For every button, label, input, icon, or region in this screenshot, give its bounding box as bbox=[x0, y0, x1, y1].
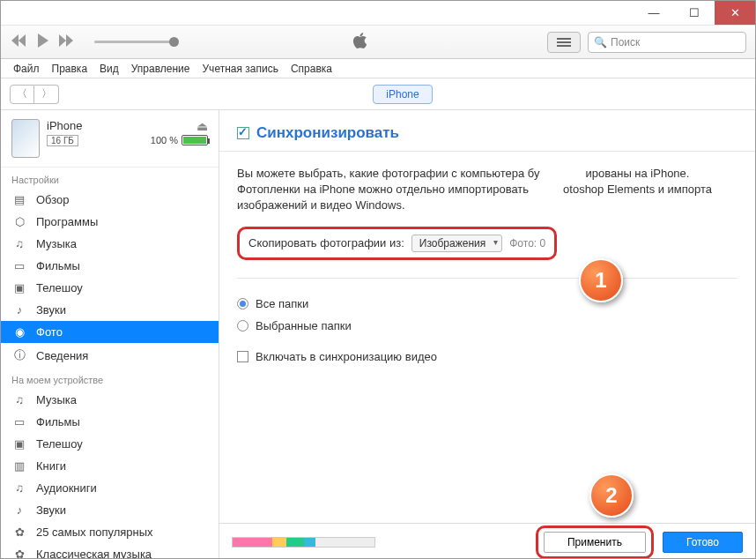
menubar: Файл Правка Вид Управление Учетная запис… bbox=[1, 59, 755, 78]
apps-icon: ⬡ bbox=[11, 215, 27, 228]
tv-icon: ▣ bbox=[11, 437, 27, 451]
content-panel: Синхронизировать Вы можете выбрать, каки… bbox=[219, 110, 755, 559]
summary-icon: ▤ bbox=[11, 193, 27, 206]
sidebar-item-top25[interactable]: ✿25 самых популярных bbox=[1, 521, 219, 543]
sidebar-item-label: Фильмы bbox=[36, 415, 80, 429]
sidebar-item-device-music[interactable]: ♫Музыка bbox=[1, 389, 219, 411]
menu-file[interactable]: Файл bbox=[13, 63, 40, 75]
sidebar-item-label: Звуки bbox=[36, 303, 66, 317]
apply-button[interactable]: Применить bbox=[544, 532, 646, 553]
books-icon: ▥ bbox=[11, 459, 27, 473]
radio-label: Выбранные папки bbox=[256, 319, 352, 332]
callout-2: 2 bbox=[589, 473, 634, 518]
sidebar-item-label: Фото bbox=[36, 325, 63, 339]
gear-playlist-icon: ✿ bbox=[11, 525, 27, 539]
sidebar-item-photos[interactable]: ◉Фото bbox=[1, 321, 219, 343]
callout-1: 1 bbox=[579, 258, 623, 302]
sidebar-item-device-tones[interactable]: ♪Звуки bbox=[1, 499, 219, 521]
next-track-icon[interactable] bbox=[59, 34, 77, 50]
panel-title: Синхронизировать bbox=[256, 124, 399, 142]
movies-icon: ▭ bbox=[11, 259, 27, 272]
player-toolbar: 🔍 Поиск bbox=[1, 26, 755, 59]
window-maximize[interactable]: ☐ bbox=[674, 1, 715, 25]
sidebar-item-label: Телешоу bbox=[36, 281, 83, 294]
photo-count: Фото: 0 bbox=[509, 237, 545, 250]
opt-include-video[interactable]: Включать в синхронизацию видео bbox=[237, 346, 737, 368]
device-name: iPhone bbox=[47, 119, 82, 132]
device-tab[interactable]: iPhone bbox=[373, 85, 432, 104]
gear-playlist-icon: ✿ bbox=[11, 548, 27, 559]
sidebar-item-apps[interactable]: ⬡Программы bbox=[1, 211, 219, 233]
window-close[interactable]: ✕ bbox=[715, 1, 755, 25]
sidebar-item-label: 25 самых популярных bbox=[36, 525, 153, 539]
list-view-button[interactable] bbox=[547, 32, 581, 53]
sidebar-item-music[interactable]: ♫Музыка bbox=[1, 233, 219, 255]
sidebar-item-device-tvshows[interactable]: ▣Телешоу bbox=[1, 433, 219, 455]
sidebar-item-device-audiobooks[interactable]: ♫Аудиокниги bbox=[1, 477, 219, 499]
info-icon: ⓘ bbox=[11, 347, 27, 363]
radio-icon bbox=[237, 298, 248, 309]
sidebar-item-device-movies[interactable]: ▭Фильмы bbox=[1, 411, 219, 433]
battery-pct: 100 % bbox=[151, 135, 178, 145]
checkbox-label: Включать в синхронизацию видео bbox=[256, 350, 437, 363]
volume-slider[interactable] bbox=[94, 41, 174, 43]
sidebar-item-device-books[interactable]: ▥Книги bbox=[1, 455, 219, 477]
menu-help[interactable]: Справка bbox=[291, 63, 332, 75]
svg-rect-2 bbox=[557, 45, 571, 47]
radio-label: Все папки bbox=[256, 297, 308, 310]
camera-icon: ◉ bbox=[11, 325, 27, 339]
sidebar-item-label: Звуки bbox=[36, 503, 66, 517]
tv-icon: ▣ bbox=[11, 281, 27, 294]
sync-checkbox[interactable] bbox=[237, 127, 249, 139]
sidebar-item-label: Телешоу bbox=[36, 437, 83, 451]
movies-icon: ▭ bbox=[11, 415, 27, 429]
menu-edit[interactable]: Правка bbox=[52, 63, 88, 75]
search-input[interactable]: 🔍 Поиск bbox=[588, 32, 746, 53]
sidebar-item-movies[interactable]: ▭Фильмы bbox=[1, 255, 219, 277]
play-icon[interactable] bbox=[36, 34, 50, 51]
audiobooks-icon: ♫ bbox=[11, 481, 27, 495]
opt-all-folders[interactable]: Все папки bbox=[237, 293, 737, 315]
sidebar-item-label: Классическая музыка bbox=[36, 548, 152, 559]
sidebar-item-info[interactable]: ⓘСведения bbox=[1, 343, 219, 368]
sidebar-section-settings: Настройки bbox=[1, 168, 219, 189]
bell-icon: ♪ bbox=[11, 503, 27, 517]
battery-icon bbox=[182, 135, 208, 145]
panel-description: Вы можете выбрать, какие фотографии с ко… bbox=[237, 166, 737, 214]
prev-track-icon[interactable] bbox=[10, 34, 27, 50]
footer-bar: Применить Готово bbox=[219, 523, 755, 559]
sidebar-section-ondevice: На моем устройстве bbox=[1, 368, 219, 389]
nav-row: 〈 〉 iPhone bbox=[1, 78, 755, 110]
nav-forward[interactable]: 〉 bbox=[34, 85, 59, 104]
eject-icon[interactable]: ⏏ bbox=[196, 119, 208, 133]
device-header[interactable]: iPhone 16 ГБ ⏏ 100 % bbox=[1, 110, 219, 168]
apply-highlight: Применить bbox=[536, 525, 654, 559]
sidebar-item-label: Сведения bbox=[36, 349, 88, 362]
checkbox-icon bbox=[237, 351, 248, 362]
sidebar-item-label: Музыка bbox=[36, 237, 77, 250]
panel-header: Синхронизировать bbox=[219, 110, 755, 152]
sidebar-item-tones[interactable]: ♪Звуки bbox=[1, 299, 219, 321]
sidebar-item-classical[interactable]: ✿Классическая музыка bbox=[1, 543, 219, 559]
nav-back[interactable]: 〈 bbox=[10, 85, 34, 104]
done-button[interactable]: Готово bbox=[663, 532, 743, 553]
search-icon: 🔍 bbox=[594, 36, 607, 48]
search-placeholder: Поиск bbox=[611, 36, 640, 48]
sidebar-item-label: Программы bbox=[36, 215, 98, 228]
copy-source-select[interactable]: Изображения bbox=[411, 235, 502, 252]
bell-icon: ♪ bbox=[11, 303, 27, 317]
sidebar-item-label: Обзор bbox=[36, 193, 70, 206]
sidebar-item-tvshows[interactable]: ▣Телешоу bbox=[1, 277, 219, 299]
opt-selected-folders[interactable]: Выбранные папки bbox=[237, 315, 737, 337]
copy-label: Скопировать фотографии из: bbox=[248, 236, 404, 250]
menu-view[interactable]: Вид bbox=[100, 63, 119, 75]
menu-controls[interactable]: Управление bbox=[131, 63, 190, 75]
sidebar-item-label: Музыка bbox=[36, 393, 77, 406]
menu-account[interactable]: Учетная запись bbox=[203, 63, 278, 75]
storage-usage-bar bbox=[232, 537, 375, 548]
window-minimize[interactable]: — bbox=[634, 1, 674, 25]
titlebar: — ☐ ✕ bbox=[1, 1, 755, 26]
sidebar-item-summary[interactable]: ▤Обзор bbox=[1, 189, 219, 211]
sidebar-item-label: Аудиокниги bbox=[36, 481, 97, 495]
device-capacity: 16 ГБ bbox=[47, 135, 78, 146]
